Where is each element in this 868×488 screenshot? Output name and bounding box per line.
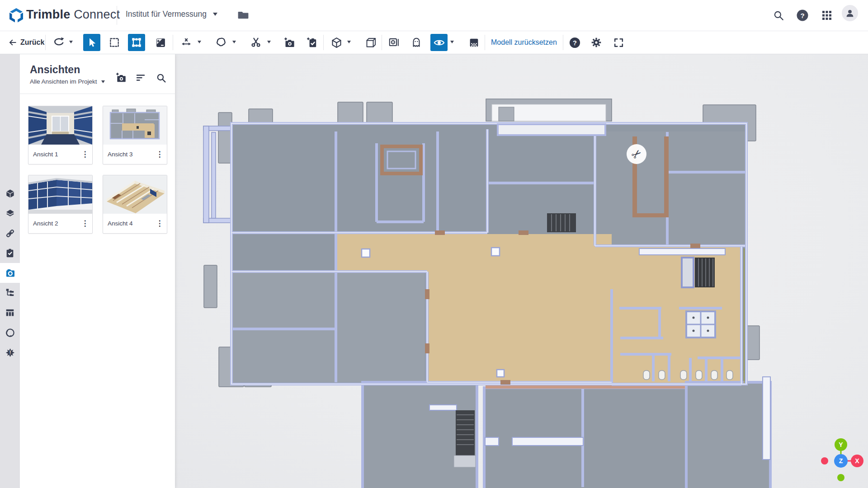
axis-neg-x-dot[interactable] — [821, 457, 828, 465]
back-label: Zurück — [20, 38, 44, 47]
back-button[interactable]: Zurück — [5, 34, 48, 51]
sidebar-item-models[interactable] — [0, 183, 20, 203]
project-name: Institut für Vermessung — [126, 9, 207, 19]
scissors-cursor-icon: ✂ — [627, 144, 646, 164]
add-todo-tool[interactable] — [303, 34, 321, 51]
view-thumbnail-interior[interactable] — [28, 106, 92, 145]
view-card-label: Ansicht 4 — [108, 220, 133, 227]
axis-gizmo[interactable]: Y X Z — [821, 438, 863, 481]
move-x-tool-caret[interactable] — [198, 41, 203, 45]
sidebar-item-plugins[interactable]: ! — [0, 343, 20, 362]
axis-y-label: Y — [839, 441, 843, 448]
orbit-tool-caret[interactable] — [69, 41, 75, 45]
reset-model-label: Modell zurücksetzen — [491, 38, 557, 47]
svg-text:!: ! — [9, 350, 11, 355]
trimble-logo-icon[interactable] — [8, 7, 24, 23]
user-avatar-icon[interactable] — [842, 5, 858, 21]
view-thumbnail-isometric[interactable] — [103, 175, 167, 214]
axis-neg-y-dot[interactable] — [837, 474, 844, 481]
view-card-label: Ansicht 1 — [33, 151, 58, 158]
views-filter-dropdown[interactable]: Alle Ansichten im Projekt — [30, 78, 105, 85]
views-panel: Ansichten Alle Ansichten im Projekt Ansi… — [20, 54, 175, 488]
filter-caret-icon — [101, 80, 105, 83]
views-panel-title: Ansichten — [30, 64, 80, 76]
add-snapshot-icon[interactable] — [114, 70, 128, 85]
marquee-select-tool[interactable] — [106, 34, 123, 51]
left-icon-rail: ! — [0, 54, 20, 488]
brand-bold: Trimble — [26, 8, 70, 21]
project-selector[interactable]: Institut für Vermessung — [126, 9, 217, 19]
cube-view-tool[interactable] — [328, 34, 345, 51]
fullscreen-icon[interactable] — [610, 34, 627, 51]
apps-grid-icon[interactable] — [820, 8, 834, 23]
settings-gear-icon[interactable] — [588, 34, 605, 51]
svg-text:?: ? — [573, 39, 577, 46]
orbit-tool[interactable] — [50, 34, 67, 51]
visibility-eye-tool[interactable] — [430, 34, 448, 51]
view-card-label: Ansicht 2 — [33, 220, 58, 227]
brand-light: Connect — [74, 8, 120, 21]
view-card-label: Ansicht 3 — [108, 151, 133, 158]
cube-view-tool-caret[interactable] — [347, 41, 353, 45]
view-thumbnail-plan[interactable] — [103, 106, 167, 145]
transform-tool[interactable] — [128, 34, 145, 51]
view-card: Ansicht 2⋮ — [28, 175, 93, 234]
view-card-menu-icon[interactable]: ⋮ — [155, 148, 164, 160]
ghost-mode-tool[interactable] — [408, 34, 425, 51]
panel-search-icon[interactable] — [154, 70, 168, 85]
axis-z-label: Z — [839, 457, 843, 465]
section-tool[interactable] — [385, 34, 402, 51]
dither-tool[interactable] — [465, 34, 482, 51]
sidebar-item-views[interactable] — [0, 263, 20, 283]
lasso-tool[interactable] — [212, 34, 230, 51]
viewer-toolbar: Zurück — [0, 31, 868, 54]
sidebar-item-tables[interactable] — [0, 303, 20, 323]
floor-plan-model: ✂ Y X Z — [175, 54, 868, 488]
header-divider — [117, 6, 117, 25]
project-caret-icon[interactable] — [213, 13, 217, 16]
view-card: Ansicht 3⋮ — [103, 106, 167, 164]
header-help-icon[interactable]: ? — [795, 8, 810, 23]
reset-model-link[interactable]: Modell zurücksetzen — [491, 31, 557, 54]
sidebar-item-layers[interactable] — [0, 203, 20, 223]
clip-scissors-tool-caret[interactable] — [267, 41, 273, 45]
select-arrow-tool[interactable] — [83, 34, 100, 51]
view-card-menu-icon[interactable]: ⋮ — [155, 217, 164, 230]
brand-title: Trimble Connect — [26, 8, 120, 22]
visibility-eye-tool-caret[interactable] — [450, 41, 456, 45]
view-card-menu-icon[interactable]: ⋮ — [80, 148, 90, 160]
app-header: Trimble Connect Institut für Vermessung … — [0, 0, 868, 31]
invert-selection-tool[interactable] — [152, 34, 169, 51]
model-viewport[interactable]: ✂ Y X Z — [175, 54, 868, 488]
sort-icon[interactable] — [133, 70, 148, 85]
axis-x-label: X — [855, 457, 859, 465]
views-filter-label: Alle Ansichten im Projekt — [30, 78, 97, 85]
clip-scissors-tool[interactable] — [247, 34, 264, 51]
sidebar-item-orbit-sphere[interactable] — [0, 323, 20, 343]
sidebar-item-links[interactable] — [0, 223, 20, 243]
view-card: Ansicht 1⋮ — [28, 106, 93, 164]
view-card-menu-icon[interactable]: ⋮ — [80, 217, 90, 230]
view-thumbnail-exterior[interactable] — [28, 175, 92, 214]
lasso-tool-caret[interactable] — [232, 41, 238, 45]
sidebar-item-hierarchy[interactable] — [0, 283, 20, 303]
folder-icon[interactable] — [237, 9, 250, 21]
snapshot-tool[interactable] — [281, 34, 298, 51]
box-mode-tool[interactable] — [362, 34, 379, 51]
sidebar-item-todos[interactable] — [0, 243, 20, 263]
view-card: Ansicht 4⋮ — [103, 175, 167, 234]
svg-text:?: ? — [800, 12, 804, 19]
header-search-icon[interactable] — [771, 8, 786, 23]
toolbar-help-icon[interactable]: ? — [566, 34, 583, 51]
move-x-tool[interactable] — [178, 34, 195, 51]
